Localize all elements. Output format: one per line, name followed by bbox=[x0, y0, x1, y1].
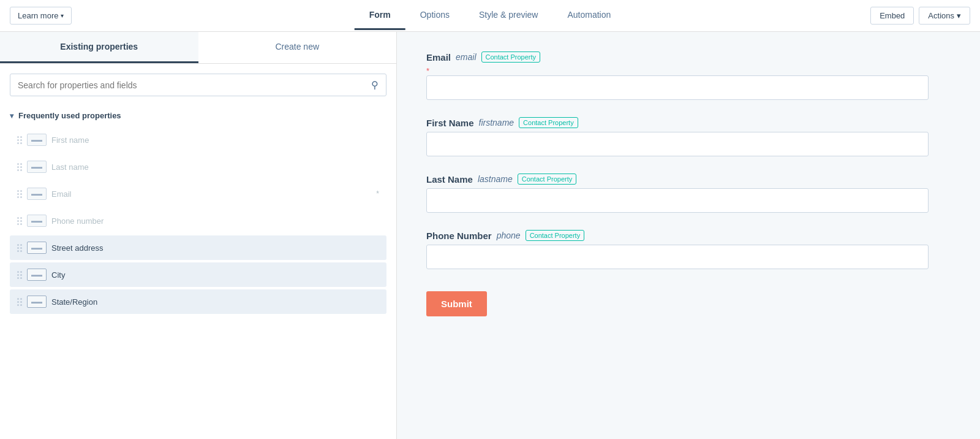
tab-options[interactable]: Options bbox=[405, 1, 464, 30]
tab-existing-properties[interactable]: Existing properties bbox=[0, 32, 198, 63]
list-item[interactable]: ▬▬ City bbox=[10, 262, 386, 287]
required-indicator: * bbox=[376, 189, 379, 198]
search-icon: ⚲ bbox=[371, 79, 379, 91]
chevron-down-icon: ▾ bbox=[957, 11, 961, 20]
field-type-icon: ▬▬ bbox=[27, 269, 47, 281]
drag-handle-icon bbox=[17, 190, 22, 198]
form-field-group: First Name firstname Contact Property bbox=[426, 117, 951, 156]
chevron-down-icon: ▾ bbox=[61, 12, 64, 19]
drag-handle-icon bbox=[17, 298, 22, 306]
tab-automation[interactable]: Automation bbox=[552, 1, 625, 30]
submit-button[interactable]: Submit bbox=[426, 291, 487, 316]
drag-handle-icon bbox=[17, 163, 22, 171]
form-field-group: Last Name lastname Contact Property bbox=[426, 174, 951, 213]
contact-property-badge: Contact Property bbox=[518, 174, 577, 185]
main-layout: Existing properties Create new ⚲ ▾ Frequ… bbox=[0, 32, 980, 439]
list-item[interactable]: ▬▬ Last name bbox=[10, 155, 386, 179]
field-name: Email bbox=[426, 52, 451, 63]
field-type-icon: ▬▬ bbox=[27, 242, 47, 254]
form-input-firstname[interactable] bbox=[426, 132, 929, 156]
right-panel: Email email Contact Property * First Nam… bbox=[397, 32, 980, 439]
field-api-name: lastname bbox=[478, 174, 513, 184]
nav-tabs: Form Options Style & preview Automation bbox=[355, 1, 626, 30]
field-api-name: phone bbox=[497, 231, 521, 240]
form-field-group: Phone Number phone Contact Property bbox=[426, 230, 951, 269]
section-header[interactable]: ▾ Frequently used properties bbox=[0, 106, 396, 128]
form-field-label: Email email Contact Property bbox=[426, 52, 951, 63]
field-name: Phone Number bbox=[426, 231, 492, 241]
property-label: Street address bbox=[51, 243, 104, 253]
learn-more-label: Learn more bbox=[18, 11, 58, 20]
list-item[interactable]: ▬▬ Street address bbox=[10, 235, 386, 260]
field-api-name: email bbox=[456, 52, 476, 62]
field-name: First Name bbox=[426, 118, 474, 128]
top-navigation: Learn more ▾ Form Options Style & previe… bbox=[0, 0, 980, 32]
search-input[interactable] bbox=[18, 80, 366, 90]
property-label: Last name bbox=[51, 162, 89, 172]
list-item[interactable]: ▬▬ Phone number bbox=[10, 208, 386, 233]
list-item[interactable]: ▬▬ State/Region bbox=[10, 289, 386, 314]
panel-tabs: Existing properties Create new bbox=[0, 32, 396, 64]
field-name: Last Name bbox=[426, 174, 473, 185]
tab-create-new[interactable]: Create new bbox=[198, 32, 397, 63]
form-field-group: Email email Contact Property * bbox=[426, 52, 951, 100]
learn-more-button[interactable]: Learn more ▾ bbox=[10, 7, 72, 25]
form-input-phone[interactable] bbox=[426, 245, 929, 269]
field-type-icon: ▬▬ bbox=[27, 161, 47, 173]
list-item[interactable]: ▬▬ Email * bbox=[10, 181, 386, 206]
field-api-name: firstname bbox=[479, 118, 514, 128]
properties-list: ▬▬ First name ▬▬ Last name ▬▬ Email * bbox=[0, 128, 396, 314]
property-label: Phone number bbox=[51, 216, 104, 226]
form-field-label: Last Name lastname Contact Property bbox=[426, 174, 951, 185]
drag-handle-icon bbox=[17, 217, 22, 225]
drag-handle-icon bbox=[17, 271, 22, 279]
required-indicator: * bbox=[426, 66, 951, 75]
field-type-icon: ▬▬ bbox=[27, 215, 47, 227]
property-label: State/Region bbox=[51, 297, 97, 307]
field-type-icon: ▬▬ bbox=[27, 296, 47, 308]
actions-button[interactable]: Actions ▾ bbox=[919, 7, 970, 25]
left-panel: Existing properties Create new ⚲ ▾ Frequ… bbox=[0, 32, 397, 439]
field-type-icon: ▬▬ bbox=[27, 188, 47, 200]
section-title: Frequently used properties bbox=[18, 111, 121, 120]
drag-handle-icon bbox=[17, 244, 22, 252]
form-field-label: Phone Number phone Contact Property bbox=[426, 230, 951, 241]
chevron-down-icon: ▾ bbox=[10, 112, 13, 120]
tab-form[interactable]: Form bbox=[355, 1, 405, 30]
contact-property-badge: Contact Property bbox=[481, 52, 541, 63]
property-label: First name bbox=[51, 136, 89, 145]
property-label: City bbox=[51, 270, 65, 280]
nav-right-actions: Embed Actions ▾ bbox=[870, 7, 970, 25]
form-field-label: First Name firstname Contact Property bbox=[426, 117, 951, 128]
tab-style-preview[interactable]: Style & preview bbox=[464, 1, 552, 30]
form-input-email[interactable] bbox=[426, 75, 929, 100]
contact-property-badge: Contact Property bbox=[526, 230, 585, 241]
property-label: Email bbox=[51, 189, 72, 199]
search-container: ⚲ bbox=[0, 64, 396, 106]
search-box: ⚲ bbox=[10, 74, 386, 96]
embed-button[interactable]: Embed bbox=[870, 7, 914, 25]
contact-property-badge: Contact Property bbox=[519, 117, 578, 128]
list-item[interactable]: ▬▬ First name bbox=[10, 128, 386, 152]
form-input-lastname[interactable] bbox=[426, 188, 929, 213]
drag-handle-icon bbox=[17, 136, 22, 144]
field-type-icon: ▬▬ bbox=[27, 134, 47, 146]
